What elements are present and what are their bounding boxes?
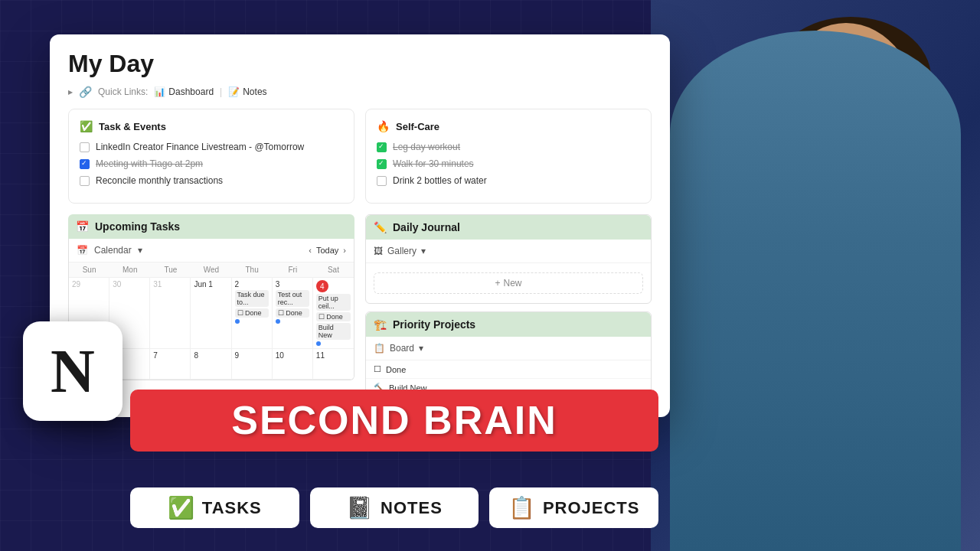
notes-badge: 📓 NOTES bbox=[310, 487, 479, 528]
second-brain-text: SECOND BRAIN bbox=[149, 399, 640, 442]
task-checkbox-3[interactable] bbox=[80, 176, 90, 186]
cal-today-btn[interactable]: Today bbox=[316, 246, 338, 255]
cal-day-sat: Sat bbox=[313, 262, 354, 277]
tasks-badge-icon: ✅ bbox=[168, 495, 194, 520]
task-item-1: LinkedIn Creator Finance Livestream - @T… bbox=[80, 142, 343, 152]
tasks-card-header: ✅ Task & Events bbox=[80, 120, 343, 132]
cal-event-build: Build New bbox=[316, 323, 351, 340]
task-item-3: Reconcile monthly transactions bbox=[80, 175, 343, 186]
task-item-2: Meeting with Tiago at 2pm bbox=[80, 158, 343, 169]
upcoming-tasks-header: 📅 Upcoming Tasks bbox=[68, 214, 354, 239]
notes-link[interactable]: 📝 Notes bbox=[228, 86, 266, 97]
daily-journal-header: ✏️ Daily Journal bbox=[366, 215, 651, 240]
cal-next-btn[interactable]: › bbox=[343, 246, 346, 255]
notion-logo: N bbox=[23, 321, 122, 421]
quick-links-bar: ▶ 🔗 Quick Links: 📊 Dashboard | 📝 Notes bbox=[68, 86, 652, 98]
bottom-badges: ✅ TASKS 📓 NOTES 📋 PROJECTS bbox=[130, 487, 658, 528]
page-title: My Day bbox=[68, 50, 652, 78]
cal-cell-4[interactable]: 4 Put up ceil... ☐ Done Build New bbox=[313, 278, 354, 348]
journal-icon: ✏️ bbox=[374, 221, 387, 233]
selfcare-card: 🔥 Self-Care Leg day workout Walk for 30 … bbox=[365, 109, 652, 204]
gallery-chevron-icon: ▾ bbox=[421, 246, 426, 256]
selfcare-header: 🔥 Self-Care bbox=[377, 120, 640, 132]
cal-event-done-2: ☐ Done bbox=[276, 308, 309, 318]
notion-letter: N bbox=[51, 337, 95, 406]
quick-links-label: Quick Links: bbox=[98, 86, 148, 97]
cal-cell-11[interactable]: 11 bbox=[313, 349, 354, 379]
project-icon-1: ☐ bbox=[374, 364, 381, 374]
cal-cell-2[interactable]: 2 Task due to... ☐ Done bbox=[232, 278, 273, 348]
cal-event-done-1: ☐ Done bbox=[235, 308, 269, 318]
gallery-view-label: Gallery bbox=[387, 246, 416, 256]
person-photo bbox=[651, 0, 980, 551]
task-label-3: Reconcile monthly transactions bbox=[96, 175, 223, 186]
cal-cell-jun1[interactable]: Jun 1 bbox=[191, 278, 231, 348]
cal-event-3: Put up ceil... bbox=[316, 294, 351, 311]
cal-day-tue: Tue bbox=[150, 262, 191, 277]
selfcare-label-1: Leg day workout bbox=[393, 142, 460, 152]
cal-prev-btn[interactable]: ‹ bbox=[309, 246, 312, 255]
bottom-grid: 📅 Upcoming Tasks 📅 Calendar ▾ ‹ Today › bbox=[68, 214, 652, 398]
cal-day-sun: Sun bbox=[69, 262, 109, 277]
tasks-icon: ✅ bbox=[80, 120, 93, 132]
selfcare-checkbox-2[interactable] bbox=[377, 159, 387, 169]
cal-day-mon: Mon bbox=[109, 262, 150, 277]
selfcare-checkbox-1[interactable] bbox=[377, 142, 387, 152]
priority-projects-header: 🏗️ Priority Projects bbox=[366, 312, 651, 337]
cal-event-done-3: ☐ Done bbox=[316, 312, 351, 321]
new-label: New bbox=[504, 278, 522, 289]
cal-dot-3 bbox=[316, 341, 321, 346]
cal-cell-10[interactable]: 10 bbox=[273, 349, 313, 379]
priority-projects-title: Priority Projects bbox=[393, 318, 475, 331]
selfcare-title: Self-Care bbox=[396, 121, 439, 132]
tasks-card: ✅ Task & Events LinkedIn Creator Finance… bbox=[68, 109, 354, 204]
calendar-toolbar: 📅 Calendar ▾ ‹ Today › bbox=[69, 239, 354, 262]
project-label-1: Done bbox=[386, 365, 406, 374]
chain-icon: 🔗 bbox=[79, 86, 92, 98]
board-toolbar: 📋 Board ▾ bbox=[366, 337, 651, 360]
selfcare-label-3: Drink 2 bottles of water bbox=[393, 175, 487, 186]
notion-window: My Day ▶ 🔗 Quick Links: 📊 Dashboard | 📝 … bbox=[50, 34, 670, 417]
projects-icon: 🏗️ bbox=[374, 318, 387, 331]
cal-dot-2 bbox=[276, 319, 280, 324]
task-label-2: Meeting with Tiago at 2pm bbox=[96, 158, 203, 169]
selfcare-checkbox-3[interactable] bbox=[377, 176, 387, 186]
gallery-toolbar: 🖼 Gallery ▾ bbox=[366, 240, 651, 263]
daily-journal-section: ✏️ Daily Journal 🖼 Gallery ▾ + New bbox=[365, 214, 652, 304]
cal-cell-8[interactable]: 8 bbox=[191, 349, 231, 379]
gallery-icon: 🖼 bbox=[374, 246, 383, 256]
daily-journal-title: Daily Journal bbox=[393, 221, 460, 233]
project-row-1: ☐ Done bbox=[366, 360, 651, 379]
cal-day-fri: Fri bbox=[273, 262, 313, 277]
projects-badge-label: PROJECTS bbox=[543, 498, 640, 518]
task-checkbox-1[interactable] bbox=[80, 142, 90, 152]
cal-day-thu: Thu bbox=[232, 262, 273, 277]
calendar-icon: 📅 bbox=[77, 245, 88, 256]
separator: | bbox=[220, 86, 222, 97]
task-checkbox-2[interactable] bbox=[80, 159, 90, 169]
selfcare-item-1: Leg day workout bbox=[377, 142, 640, 152]
upcoming-tasks-title: Upcoming Tasks bbox=[95, 220, 180, 233]
triangle-icon: ▶ bbox=[68, 89, 73, 96]
board-chevron-icon: ▾ bbox=[419, 343, 423, 354]
projects-badge: 📋 PROJECTS bbox=[489, 487, 658, 528]
plus-icon: + bbox=[495, 278, 500, 289]
cal-cell-9[interactable]: 9 bbox=[232, 349, 273, 379]
task-label-1: LinkedIn Creator Finance Livestream - @T… bbox=[96, 142, 304, 152]
board-view-label: Board bbox=[390, 343, 414, 354]
chevron-down-icon: ▾ bbox=[138, 245, 142, 256]
tasks-title: Task & Events bbox=[99, 121, 166, 132]
notes-icon: 📝 bbox=[228, 86, 240, 97]
cal-cell-31[interactable]: 31 bbox=[150, 278, 191, 348]
selfcare-item-2: Walk for 30 minutes bbox=[377, 158, 640, 169]
new-entry-button[interactable]: + New bbox=[374, 272, 643, 294]
dashboard-link[interactable]: 📊 Dashboard bbox=[154, 86, 214, 97]
cal-cell-3[interactable]: 3 Test out rec... ☐ Done bbox=[273, 278, 313, 348]
selfcare-icon: 🔥 bbox=[377, 120, 390, 132]
cal-event-2: Test out rec... bbox=[276, 290, 309, 307]
cal-day-wed: Wed bbox=[191, 262, 231, 277]
tasks-badge-label: TASKS bbox=[202, 498, 262, 518]
priority-projects-section: 🏗️ Priority Projects 📋 Board ▾ ☐ Done 🔨 … bbox=[365, 311, 652, 398]
cal-cell-7[interactable]: 7 bbox=[150, 349, 191, 379]
selfcare-item-3: Drink 2 bottles of water bbox=[377, 175, 640, 186]
